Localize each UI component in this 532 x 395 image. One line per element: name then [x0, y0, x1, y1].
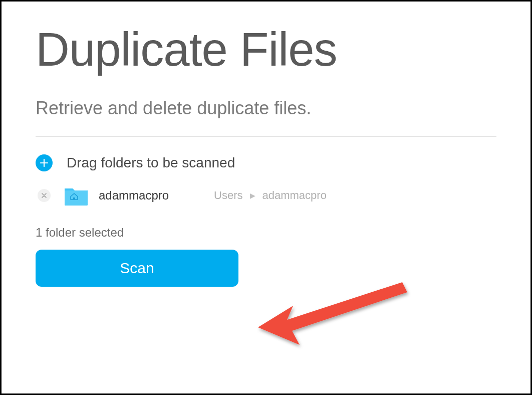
folder-name: adammacpro	[99, 188, 169, 203]
selection-status: 1 folder selected	[36, 226, 496, 240]
annotation-arrow-icon	[252, 272, 412, 359]
scan-button-label: Scan	[120, 260, 154, 277]
home-folder-icon	[64, 185, 89, 206]
chevron-right-icon: ▶	[250, 191, 255, 200]
add-folder-button[interactable]	[36, 154, 53, 171]
divider	[36, 136, 496, 137]
svg-rect-1	[73, 198, 75, 200]
breadcrumb-part: Users	[214, 189, 242, 202]
close-icon	[42, 191, 47, 200]
breadcrumb: Users ▶ adammacpro	[214, 189, 327, 202]
scan-button[interactable]: Scan	[36, 250, 238, 287]
svg-rect-0	[65, 190, 88, 206]
breadcrumb-part: adammacpro	[262, 189, 327, 202]
folder-item: adammacpro Users ▶ adammacpro	[36, 185, 496, 206]
app-window: Duplicate Files Retrieve and delete dupl…	[0, 0, 532, 395]
page-subtitle: Retrieve and delete duplicate files.	[36, 98, 496, 119]
drag-folders-label: Drag folders to be scanned	[67, 155, 235, 171]
drag-folders-row[interactable]: Drag folders to be scanned	[36, 154, 496, 171]
remove-folder-button[interactable]	[38, 189, 51, 202]
page-title: Duplicate Files	[36, 17, 496, 83]
plus-icon	[40, 159, 48, 167]
